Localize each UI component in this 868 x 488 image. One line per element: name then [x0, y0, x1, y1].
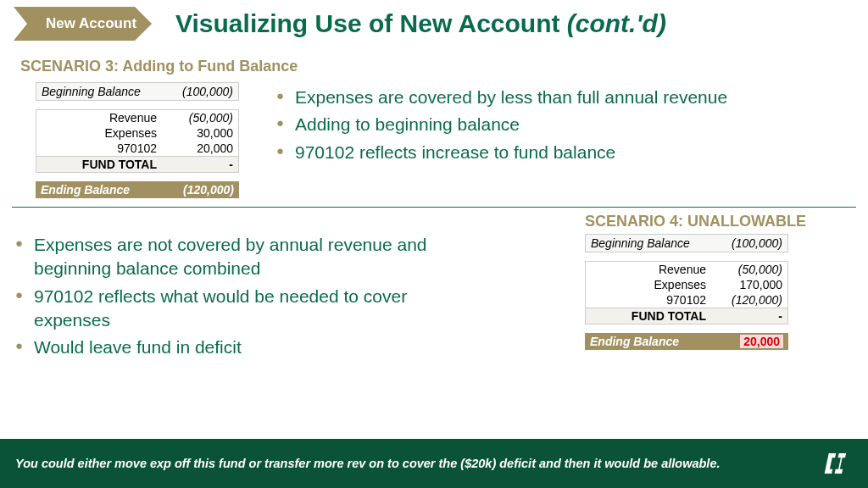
title-main: Visualizing Use of New Account — [175, 9, 567, 37]
list-item: Expenses are not covered by annual reven… — [12, 233, 466, 281]
row-value: (50,000) — [723, 263, 782, 276]
table-row: Beginning Balance (100,000) — [36, 82, 239, 101]
title-suffix: (cont.'d) — [567, 9, 666, 37]
scenario4-bullets: Expenses are not covered by annual reven… — [12, 230, 466, 360]
begin-value: (100,000) — [182, 85, 233, 98]
table-row: FUND TOTAL - — [36, 156, 239, 173]
fund-total-value: - — [174, 158, 233, 171]
list-item: 970102 reflects what would be needed to … — [12, 285, 466, 333]
org-logo-icon — [824, 449, 853, 478]
row-value: 30,000 — [174, 126, 233, 140]
scenario3-table: Beginning Balance (100,000) Revenue (50,… — [36, 82, 239, 198]
row-value: (120,000) — [723, 293, 782, 307]
section-divider — [12, 207, 856, 208]
list-item: Would leave fund in deficit — [12, 336, 466, 359]
scenario3-heading: SCENARIO 3: Adding to Fund Balance — [20, 58, 856, 75]
table-row: Ending Balance (120,000) — [36, 181, 239, 198]
page-title: Visualizing Use of New Account (cont.'d) — [175, 9, 666, 38]
row-label: Expenses — [591, 278, 723, 291]
row-label: 970102 — [42, 141, 174, 155]
ending-label: Ending Balance — [590, 335, 679, 348]
scenario4-table: Beginning Balance (100,000) Revenue (50,… — [585, 234, 788, 350]
footer-text: You could either move exp off this fund … — [15, 457, 720, 470]
table-row: Expenses 170,000 — [585, 277, 788, 292]
list-item: 970102 reflects increase to fund balance — [273, 141, 856, 164]
table-row: Revenue (50,000) — [36, 109, 239, 125]
list-item: Expenses are covered by less than full a… — [273, 86, 856, 109]
begin-label: Beginning Balance — [42, 85, 141, 98]
row-label: Revenue — [591, 263, 723, 276]
table-row: 970102 (120,000) — [585, 292, 788, 308]
footer-bar: You could either move exp off this fund … — [0, 439, 868, 488]
scenario3-bullets: Expenses are covered by less than full a… — [273, 82, 856, 168]
scenario4-section: Expenses are not covered by annual reven… — [12, 213, 856, 363]
scenario4-heading: SCENARIO 4: UNALLOWABLE — [585, 213, 856, 230]
fund-total-value: - — [723, 309, 782, 323]
ending-value: (120,000) — [183, 183, 234, 197]
row-value: 20,000 — [174, 141, 233, 155]
scenario3-section: Beginning Balance (100,000) Revenue (50,… — [12, 82, 856, 198]
begin-value: (100,000) — [732, 236, 782, 250]
row-label: Revenue — [42, 111, 174, 125]
list-item: Adding to beginning balance — [273, 113, 856, 136]
slide-header: New Account Visualizing Use of New Accou… — [0, 0, 868, 47]
row-value: (50,000) — [174, 111, 233, 125]
table-row: Beginning Balance (100,000) — [585, 234, 788, 252]
begin-label: Beginning Balance — [591, 236, 690, 250]
table-row: 970102 20,000 — [36, 141, 239, 156]
row-label: 970102 — [591, 293, 723, 307]
table-row: Revenue (50,000) — [585, 261, 788, 277]
ending-label: Ending Balance — [41, 183, 130, 197]
row-value: 170,000 — [723, 278, 782, 291]
table-row: Ending Balance 20,000 — [585, 333, 788, 350]
fund-total-label: FUND TOTAL — [42, 158, 174, 171]
table-row: FUND TOTAL - — [585, 308, 788, 324]
fund-total-label: FUND TOTAL — [591, 309, 723, 323]
row-label: Expenses — [42, 126, 174, 140]
table-row: Expenses 30,000 — [36, 125, 239, 141]
breadcrumb-tag: New Account — [14, 7, 152, 41]
ending-value: 20,000 — [740, 335, 783, 348]
